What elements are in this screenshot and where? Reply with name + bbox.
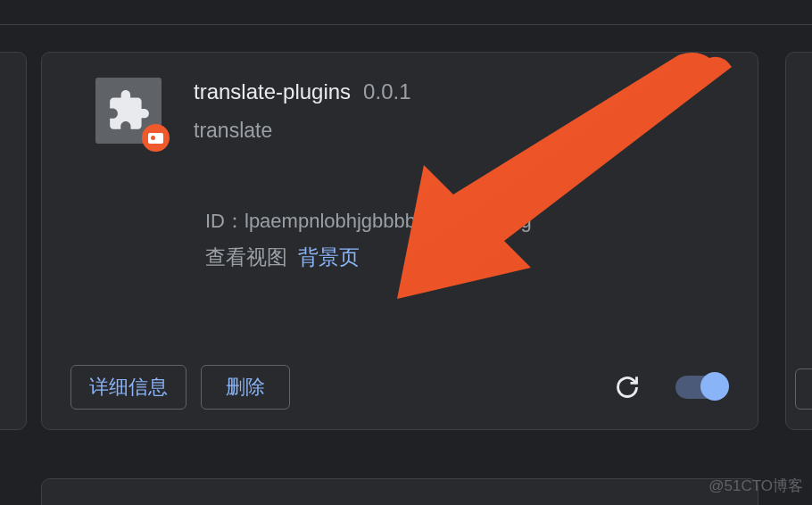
reload-button[interactable] [608, 368, 647, 407]
extension-version: 0.0.1 [363, 79, 410, 104]
extension-card-body: ID：lpaempnlobhjgbbbbbgjpbijeakefg 查看视图 背… [67, 208, 733, 271]
reload-icon [615, 375, 640, 400]
remove-button[interactable]: 删除 [201, 365, 290, 410]
watermark: @51CTO博客 [708, 476, 803, 496]
extension-card-partial-left [0, 52, 27, 430]
extension-id-row: ID：lpaempnlobhjgbbbbbgjpbijeakefg [205, 208, 733, 235]
partial-button[interactable] [795, 368, 812, 410]
extension-header-text: translate-plugins 0.0.1 translate [194, 78, 411, 143]
extension-description: translate [194, 119, 411, 143]
extension-card-header: translate-plugins 0.0.1 translate [67, 78, 733, 144]
extension-card-partial-bottom [41, 478, 758, 505]
toggle-knob [700, 372, 729, 401]
extension-icon-wrapper [95, 78, 162, 144]
extension-id-value: lpaempnlobhjgbbbbbgjpbijeakefg [244, 210, 532, 232]
extension-views-row: 查看视图 背景页 [205, 244, 733, 271]
dev-mode-badge-icon [142, 124, 170, 152]
extension-name: translate-plugins [194, 79, 351, 104]
extension-card-footer: 详细信息 删除 [67, 347, 733, 410]
extension-id-label: ID： [205, 210, 244, 232]
background-page-link[interactable]: 背景页 [298, 245, 360, 269]
enable-toggle[interactable] [675, 376, 727, 399]
details-button[interactable]: 详细信息 [70, 365, 186, 410]
extension-card-partial-right [785, 52, 812, 430]
puzzle-piece-icon [106, 88, 151, 133]
top-divider [0, 24, 812, 25]
extension-title-row: translate-plugins 0.0.1 [194, 79, 411, 104]
extension-card: translate-plugins 0.0.1 translate ID：lpa… [41, 52, 758, 430]
extension-views-label: 查看视图 [205, 245, 287, 269]
